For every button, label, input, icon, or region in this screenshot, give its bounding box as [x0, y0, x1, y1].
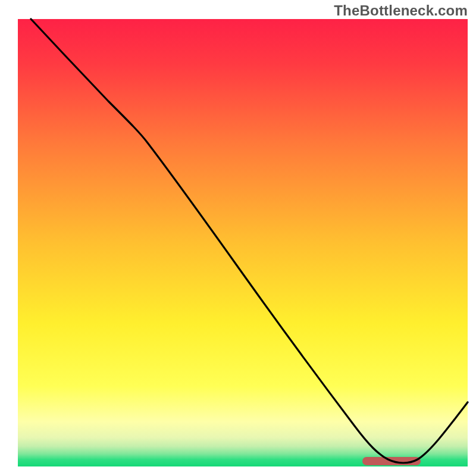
- gradient-plot-area: [18, 19, 468, 466]
- watermark-text: TheBottleneck.com: [334, 2, 468, 19]
- bottleneck-chart: [0, 0, 476, 476]
- chart-stage: TheBottleneck.com: [0, 0, 476, 476]
